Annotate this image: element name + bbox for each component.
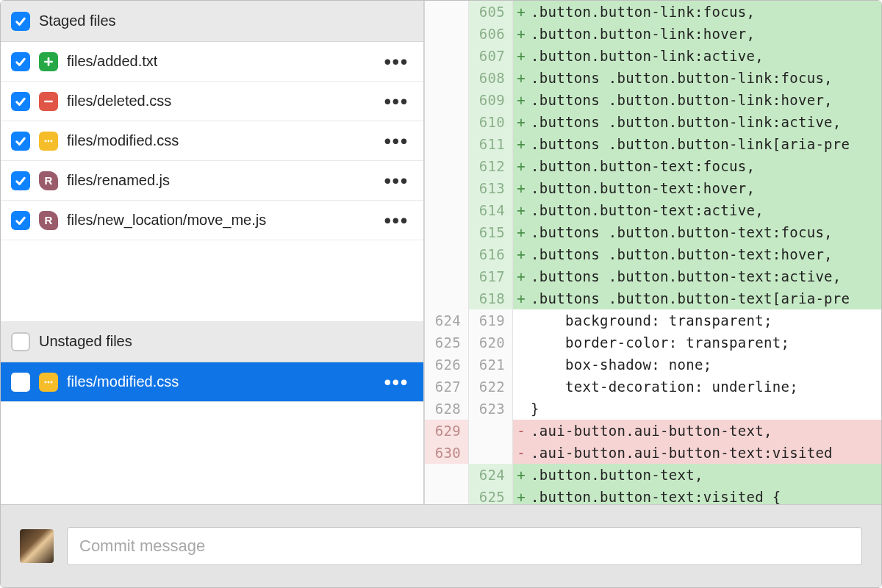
file-checkbox[interactable] <box>11 52 30 71</box>
new-line-number: 616 <box>469 243 513 265</box>
diff-line[interactable]: 627622 text-decoration: underline; <box>425 376 881 398</box>
diff-code: border-color: transparent; <box>529 331 881 354</box>
old-line-number: 625 <box>425 331 469 354</box>
file-actions-icon[interactable]: ••• <box>380 217 413 224</box>
stage-all-checkbox[interactable] <box>11 12 30 31</box>
diff-line[interactable]: 606+.button.button-link:hover, <box>425 23 881 45</box>
svg-point-5 <box>51 140 53 142</box>
diff-marker: + <box>513 199 529 221</box>
file-path: files/renamed.js <box>67 172 371 189</box>
diff-marker: + <box>513 155 529 177</box>
diff-line[interactable]: 625+.button.button-text:visited { <box>425 486 881 504</box>
file-row[interactable]: files/added.txt••• <box>1 42 423 82</box>
diff-line[interactable]: 626621 box-shadow: none; <box>425 354 881 376</box>
diff-marker: + <box>513 177 529 199</box>
diff-line[interactable]: 615+.buttons .button.button-text:focus, <box>425 221 881 243</box>
file-actions-icon[interactable]: ••• <box>380 379 413 386</box>
svg-point-3 <box>45 140 47 142</box>
diff-line[interactable]: 624619 background: transparent; <box>425 309 881 331</box>
file-actions-icon[interactable]: ••• <box>380 137 413 145</box>
file-checkbox[interactable] <box>11 211 30 230</box>
renamed-icon: R <box>39 171 58 190</box>
file-actions-icon[interactable]: ••• <box>380 98 413 105</box>
commit-message-input[interactable]: Commit message <box>67 527 862 565</box>
file-row[interactable]: files/deleted.css••• <box>1 82 423 121</box>
new-line-number: 624 <box>469 464 513 486</box>
diff-marker <box>513 331 529 354</box>
file-checkbox[interactable] <box>11 171 30 190</box>
old-line-number <box>425 243 469 265</box>
diff-line[interactable]: 628623 } <box>425 398 881 420</box>
diff-code: .button.button-text:hover, <box>529 177 881 199</box>
diff-line[interactable]: 608+.buttons .button.button-link:focus, <box>425 67 881 89</box>
file-checkbox[interactable] <box>11 373 30 392</box>
diff-line[interactable]: 629-.aui-button.aui-button-text, <box>425 420 881 442</box>
diff-code: .button.button-text, <box>529 464 881 486</box>
diff-code: .buttons .button.button-link:active, <box>529 111 881 133</box>
file-row[interactable]: Rfiles/renamed.js••• <box>1 161 423 201</box>
old-line-number <box>425 1 469 23</box>
diff-line[interactable]: 617+.buttons .button.button-text:active, <box>425 265 881 287</box>
file-actions-icon[interactable]: ••• <box>380 177 413 184</box>
diff-line[interactable]: 613+.button.button-text:hover, <box>425 177 881 199</box>
file-path: files/added.txt <box>67 53 371 70</box>
file-row[interactable]: files/modified.css••• <box>1 121 423 161</box>
diff-line[interactable]: 630-.aui-button.aui-button-text:visited <box>425 442 881 464</box>
diff-line[interactable]: 612+.button.button-text:focus, <box>425 155 881 177</box>
diff-line[interactable]: 605+.button.button-link:focus, <box>425 1 881 23</box>
old-line-number: 630 <box>425 442 469 464</box>
diff-code: .buttons .button.button-link[aria-pre <box>529 133 881 155</box>
diff-marker <box>513 398 529 420</box>
diff-line[interactable]: 624+.button.button-text, <box>425 464 881 486</box>
diff-code: .buttons .button.button-text:hover, <box>529 243 881 265</box>
staged-files-list: files/added.txt•••files/deleted.css•••fi… <box>1 42 423 240</box>
commit-bar: Commit message <box>1 504 881 587</box>
old-line-number <box>425 45 469 67</box>
diff-code: .buttons .button.button-text:focus, <box>529 221 881 243</box>
staged-files-header: Staged files <box>1 1 423 42</box>
file-path: files/new_location/move_me.js <box>67 212 371 229</box>
new-line-number: 607 <box>469 45 513 67</box>
modified-icon <box>39 373 58 392</box>
avatar[interactable] <box>20 529 54 563</box>
diff-line[interactable]: 616+.buttons .button.button-text:hover, <box>425 243 881 265</box>
diff-code: background: transparent; <box>529 309 881 331</box>
diff-line[interactable]: 614+.button.button-text:active, <box>425 199 881 221</box>
diff-marker <box>513 376 529 398</box>
diff-code: .button.button-text:focus, <box>529 155 881 177</box>
commit-message-placeholder: Commit message <box>79 537 205 556</box>
new-line-number: 622 <box>469 376 513 398</box>
renamed-icon: R <box>39 211 58 230</box>
diff-marker: + <box>513 287 529 309</box>
diff-marker: - <box>513 442 529 464</box>
file-checkbox[interactable] <box>11 132 30 151</box>
diff-line[interactable]: 625620 border-color: transparent; <box>425 331 881 354</box>
file-row[interactable]: files/modified.css••• <box>1 362 423 402</box>
diff-view[interactable]: 605+.button.button-link:focus,606+.butto… <box>424 1 881 504</box>
diff-line[interactable]: 610+.buttons .button.button-link:active, <box>425 111 881 133</box>
svg-point-8 <box>51 381 53 383</box>
old-line-number <box>425 133 469 155</box>
diff-marker: + <box>513 23 529 45</box>
file-row[interactable]: Rfiles/new_location/move_me.js••• <box>1 201 423 240</box>
diff-line[interactable]: 618+.buttons .button.button-text[aria-pr… <box>425 287 881 309</box>
unstage-all-checkbox[interactable] <box>11 332 30 351</box>
new-line-number: 606 <box>469 23 513 45</box>
diff-line[interactable]: 611+.buttons .button.button-link[aria-pr… <box>425 133 881 155</box>
new-line-number: 613 <box>469 177 513 199</box>
diff-code: text-decoration: underline; <box>529 376 881 398</box>
diff-line[interactable]: 609+.buttons .button.button-link:hover, <box>425 89 881 111</box>
modified-icon <box>39 132 58 151</box>
diff-marker: + <box>513 486 529 504</box>
diff-marker: + <box>513 133 529 155</box>
svg-point-4 <box>48 140 50 142</box>
diff-code: } <box>529 398 881 420</box>
diff-code: .aui-button.aui-button-text, <box>529 420 881 442</box>
svg-point-7 <box>48 381 50 383</box>
file-checkbox[interactable] <box>11 92 30 111</box>
diff-line[interactable]: 607+.button.button-link:active, <box>425 45 881 67</box>
new-line-number: 605 <box>469 1 513 23</box>
file-actions-icon[interactable]: ••• <box>380 58 413 65</box>
diff-code: .buttons .button.button-link:hover, <box>529 89 881 111</box>
new-line-number: 611 <box>469 133 513 155</box>
